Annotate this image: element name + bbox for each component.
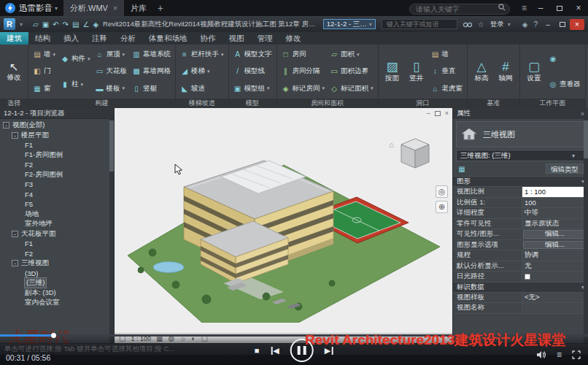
revit-app-button[interactable]: R (4, 18, 15, 30)
tree-item-views[interactable]: -视图(全部) (0, 120, 114, 131)
wall-opening-button[interactable]: ▤墙 (430, 48, 465, 61)
graphic-display-edit-button[interactable]: 编辑... (523, 241, 587, 250)
window-button[interactable]: ▦窗 (31, 82, 57, 95)
tree-item-floor-plans[interactable]: -楼层平面 (0, 131, 114, 141)
player-tab-library[interactable]: 片库 (124, 0, 153, 16)
tree-item[interactable]: (3D) (0, 269, 114, 279)
visibility-edit-button[interactable]: 编辑... (523, 230, 587, 239)
floor-button[interactable]: ▬楼板▾ (94, 82, 129, 95)
properties-scrollbar[interactable] (584, 119, 588, 343)
grid-button[interactable]: #轴网 (495, 46, 517, 97)
tab-structure[interactable]: 结构 (28, 32, 57, 45)
discipline-value[interactable]: 协调 (522, 250, 588, 261)
tree-item[interactable]: F2 (0, 249, 114, 259)
view-restore-icon[interactable] (435, 111, 441, 116)
tree-item-3d-views[interactable]: -三维视图 (0, 258, 114, 269)
door-button[interactable]: ◧门 (31, 65, 57, 77)
scrollbar-thumb[interactable] (584, 120, 588, 158)
tree-item[interactable]: 场地 (0, 210, 114, 220)
panel-caption-model[interactable]: 模型 (229, 99, 276, 108)
tree-item[interactable]: F1-房间图例 (0, 150, 114, 161)
panel-caption-room-area[interactable]: 房间和面积 (277, 99, 378, 108)
area-boundary-button[interactable]: ▭面积边界 (328, 65, 375, 77)
tag-icon[interactable]: ◈ (93, 20, 98, 28)
playlist-icon[interactable]: ≡ (557, 350, 562, 360)
undo-icon[interactable]: ↶ (53, 20, 58, 28)
ramp-button[interactable]: ◣坡道 (179, 82, 225, 95)
shaft-button[interactable]: ▯竖井 (406, 46, 428, 97)
tab-insert[interactable]: 插入 (57, 32, 85, 45)
progress-knob[interactable] (51, 333, 56, 338)
chevron-down-icon[interactable]: ▾ (55, 5, 58, 12)
curtain-grid-button[interactable]: ▩幕墙网格 (131, 65, 172, 77)
mullion-button[interactable]: ▯竖梃 (131, 82, 172, 95)
save-icon[interactable]: ▣ (42, 20, 49, 28)
wall-button[interactable]: ▤墙▾ (31, 48, 57, 61)
sun-path-checkbox[interactable] (525, 274, 530, 280)
redo-icon[interactable]: ↷ (63, 20, 69, 28)
exchange-apps-icon[interactable]: ◈ (522, 20, 528, 28)
railing-button[interactable]: ≡栏杆扶手▾ (179, 48, 225, 61)
previous-button[interactable]: ◀ (270, 346, 279, 356)
infocenter-search-input[interactable] (382, 19, 457, 29)
help-icon[interactable]: ? (533, 20, 538, 28)
volume-icon[interactable] (536, 350, 546, 359)
tree-item[interactable]: F2 (0, 160, 114, 170)
steering-wheel-icon[interactable]: ◎ (436, 185, 448, 198)
player-tab-current[interactable]: 分析.WMV × (63, 0, 124, 16)
project-browser-title[interactable]: 12-1-2 - 项目浏览器 (0, 108, 114, 119)
player-search-input[interactable] (409, 4, 510, 15)
minimize-button[interactable]: – (531, 0, 550, 16)
properties-header[interactable]: 属性 × (453, 108, 588, 119)
tab-analyze[interactable]: 分析 (114, 32, 142, 45)
tab-modify[interactable]: 修改 (279, 32, 308, 45)
curtain-system-button[interactable]: ▥幕墙系统 (131, 48, 172, 61)
binoculars-icon[interactable] (463, 21, 472, 28)
tree-item[interactable]: 室内会议室 (0, 298, 114, 308)
tree-item-selected[interactable]: (三维) (0, 278, 114, 288)
collapse-icon[interactable]: - (3, 122, 9, 128)
tree-item[interactable]: 室外地坪 (0, 219, 114, 229)
measure-icon[interactable]: ∠ (82, 20, 89, 28)
roof-button[interactable]: ⌂屋顶▾ (94, 48, 129, 61)
view-close-icon[interactable]: × (445, 110, 449, 117)
view-template-value[interactable]: <无> (522, 293, 588, 303)
tree-item[interactable]: 副本: (3D) (0, 288, 114, 299)
stair-button[interactable]: ◢楼梯▾ (179, 65, 225, 77)
analysis-display-value[interactable]: 无 (522, 261, 588, 272)
new-tab-button[interactable]: + (158, 2, 163, 14)
dormer-button[interactable]: ⌂老虎窗 (430, 82, 465, 95)
level-button[interactable]: △标高 (471, 46, 492, 97)
view-minimize-icon[interactable]: – (427, 110, 430, 117)
open-icon[interactable]: ▱ (33, 20, 39, 28)
opening-by-face-button[interactable]: ▨按面 (382, 46, 403, 97)
scale-value[interactable]: 100 (522, 198, 588, 208)
maximize-button[interactable] (550, 0, 569, 16)
model-group-button[interactable]: ▣模型组▾ (232, 82, 274, 95)
tag-room-button[interactable]: ◈标记房间▾ (280, 82, 327, 95)
revit-minimize-button[interactable]: – (541, 19, 555, 30)
viewer-button[interactable]: ◎查看器 (547, 78, 582, 91)
vertical-opening-button[interactable]: ↕垂直 (430, 65, 465, 77)
panel-caption-datum[interactable]: 基准 (468, 99, 519, 108)
sign-in-button[interactable]: 登录 ▾ (490, 20, 517, 29)
tree-item[interactable]: F1 (0, 239, 114, 249)
tag-area-button[interactable]: ◇标记面积▾ (328, 82, 375, 95)
edit-type-button[interactable]: 编辑类型 (546, 164, 584, 174)
chevron-down-icon[interactable]: ▾ (20, 21, 23, 28)
stop-button[interactable]: ■ (255, 346, 260, 355)
fullscreen-icon[interactable] (572, 350, 581, 359)
tab-massing-site[interactable]: 体量和场地 (142, 32, 194, 45)
tree-item[interactable]: F3 (0, 180, 114, 190)
close-button[interactable]: × (569, 0, 588, 16)
set-workplane-button[interactable]: ▢设置 (523, 46, 545, 97)
show-workplane-button[interactable]: ◉ (547, 53, 582, 65)
tab-annotate[interactable]: 注释 (85, 32, 114, 45)
collapse-icon[interactable]: - (12, 231, 18, 237)
model-text-button[interactable]: A模型文字 (232, 48, 274, 61)
ceiling-button[interactable]: ▭天花板 (94, 65, 129, 77)
browser-scrollbar[interactable] (109, 119, 114, 343)
close-tab-icon[interactable]: × (113, 4, 117, 12)
tree-item[interactable]: F2-房间图例 (0, 170, 114, 180)
drawing-area[interactable]: – × ⌂ ◎ ⊕ (115, 108, 452, 343)
